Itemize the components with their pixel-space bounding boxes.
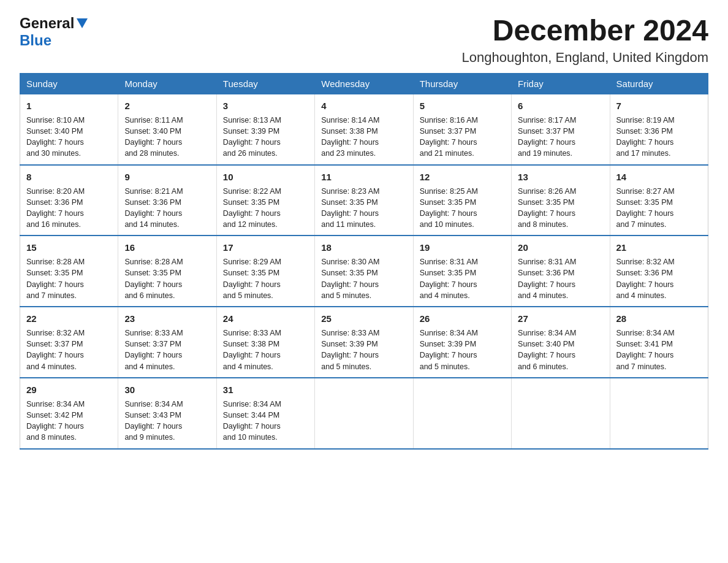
day-number: 5: [420, 99, 505, 112]
calendar-day-cell: 29 Sunrise: 8:34 AMSunset: 3:42 PMDaylig…: [20, 378, 118, 449]
day-number: 3: [223, 99, 308, 112]
day-info: Sunrise: 8:17 AMSunset: 3:37 PMDaylight:…: [518, 116, 576, 158]
day-number: 10: [223, 170, 308, 183]
calendar-day-cell: 22 Sunrise: 8:32 AMSunset: 3:37 PMDaylig…: [20, 307, 118, 378]
calendar-day-cell: 12 Sunrise: 8:25 AMSunset: 3:35 PMDaylig…: [413, 165, 511, 236]
day-number: 14: [616, 170, 702, 183]
day-number: 7: [616, 99, 702, 112]
day-number: 23: [124, 312, 210, 325]
calendar-day-cell: [315, 378, 413, 449]
day-info: Sunrise: 8:19 AMSunset: 3:36 PMDaylight:…: [616, 116, 675, 158]
day-info: Sunrise: 8:34 AMSunset: 3:39 PMDaylight:…: [420, 329, 478, 371]
day-info: Sunrise: 8:34 AMSunset: 3:42 PMDaylight:…: [26, 400, 85, 442]
day-info: Sunrise: 8:26 AMSunset: 3:35 PMDaylight:…: [518, 187, 576, 229]
day-info: Sunrise: 8:34 AMSunset: 3:44 PMDaylight:…: [223, 400, 281, 442]
day-info: Sunrise: 8:33 AMSunset: 3:39 PMDaylight:…: [321, 329, 379, 371]
col-monday: Monday: [118, 73, 216, 94]
day-number: 30: [124, 383, 210, 396]
calendar-day-cell: 10 Sunrise: 8:22 AMSunset: 3:35 PMDaylig…: [216, 165, 314, 236]
title-area: December 2024 Longhoughton, England, Uni…: [462, 15, 708, 66]
calendar-week-row: 8 Sunrise: 8:20 AMSunset: 3:36 PMDayligh…: [20, 165, 708, 236]
calendar-day-cell: 13 Sunrise: 8:26 AMSunset: 3:35 PMDaylig…: [512, 165, 610, 236]
calendar-day-cell: 21 Sunrise: 8:32 AMSunset: 3:36 PMDaylig…: [610, 236, 708, 307]
calendar-day-cell: 15 Sunrise: 8:28 AMSunset: 3:35 PMDaylig…: [20, 236, 118, 307]
calendar-day-cell: 28 Sunrise: 8:34 AMSunset: 3:41 PMDaylig…: [610, 307, 708, 378]
day-number: 27: [518, 312, 603, 325]
day-info: Sunrise: 8:13 AMSunset: 3:39 PMDaylight:…: [223, 116, 281, 158]
calendar-day-cell: 23 Sunrise: 8:33 AMSunset: 3:37 PMDaylig…: [118, 307, 216, 378]
calendar-day-cell: 1 Sunrise: 8:10 AMSunset: 3:40 PMDayligh…: [20, 94, 118, 164]
page-header: General Blue December 2024 Longhoughton,…: [20, 15, 708, 66]
day-number: 21: [616, 241, 702, 254]
calendar-day-cell: 18 Sunrise: 8:30 AMSunset: 3:35 PMDaylig…: [315, 236, 413, 307]
day-number: 12: [420, 170, 505, 183]
calendar-header-row: Sunday Monday Tuesday Wednesday Thursday…: [20, 73, 708, 94]
calendar-day-cell: 14 Sunrise: 8:27 AMSunset: 3:35 PMDaylig…: [610, 165, 708, 236]
logo-arrow: [75, 16, 89, 32]
logo-blue: Blue: [20, 32, 51, 48]
svg-marker-0: [77, 18, 88, 28]
location-title: Longhoughton, England, United Kingdom: [462, 50, 708, 66]
day-info: Sunrise: 8:14 AMSunset: 3:38 PMDaylight:…: [321, 116, 379, 158]
calendar-day-cell: 17 Sunrise: 8:29 AMSunset: 3:35 PMDaylig…: [216, 236, 314, 307]
calendar-day-cell: 16 Sunrise: 8:28 AMSunset: 3:35 PMDaylig…: [118, 236, 216, 307]
calendar-week-row: 1 Sunrise: 8:10 AMSunset: 3:40 PMDayligh…: [20, 94, 708, 164]
calendar-day-cell: 26 Sunrise: 8:34 AMSunset: 3:39 PMDaylig…: [413, 307, 511, 378]
day-number: 15: [26, 241, 112, 254]
col-sunday: Sunday: [20, 73, 118, 94]
day-number: 19: [420, 241, 505, 254]
calendar-day-cell: 8 Sunrise: 8:20 AMSunset: 3:36 PMDayligh…: [20, 165, 118, 236]
day-number: 24: [223, 312, 308, 325]
day-number: 17: [223, 241, 308, 254]
calendar-week-row: 29 Sunrise: 8:34 AMSunset: 3:42 PMDaylig…: [20, 378, 708, 449]
calendar-day-cell: 7 Sunrise: 8:19 AMSunset: 3:36 PMDayligh…: [610, 94, 708, 164]
day-info: Sunrise: 8:32 AMSunset: 3:36 PMDaylight:…: [616, 258, 675, 300]
logo: General Blue: [20, 15, 89, 49]
day-number: 31: [223, 383, 308, 396]
day-info: Sunrise: 8:29 AMSunset: 3:35 PMDaylight:…: [223, 258, 281, 300]
day-number: 26: [420, 312, 505, 325]
calendar-day-cell: 25 Sunrise: 8:33 AMSunset: 3:39 PMDaylig…: [315, 307, 413, 378]
calendar-day-cell: [610, 378, 708, 449]
day-info: Sunrise: 8:21 AMSunset: 3:36 PMDaylight:…: [124, 187, 183, 229]
calendar-week-row: 22 Sunrise: 8:32 AMSunset: 3:37 PMDaylig…: [20, 307, 708, 378]
calendar-day-cell: 2 Sunrise: 8:11 AMSunset: 3:40 PMDayligh…: [118, 94, 216, 164]
day-number: 13: [518, 170, 603, 183]
day-number: 1: [26, 99, 112, 112]
day-info: Sunrise: 8:23 AMSunset: 3:35 PMDaylight:…: [321, 187, 379, 229]
day-number: 2: [124, 99, 210, 112]
logo-general: General: [20, 15, 74, 32]
day-info: Sunrise: 8:16 AMSunset: 3:37 PMDaylight:…: [420, 116, 478, 158]
day-number: 4: [321, 99, 406, 112]
calendar-day-cell: 30 Sunrise: 8:34 AMSunset: 3:43 PMDaylig…: [118, 378, 216, 449]
day-info: Sunrise: 8:33 AMSunset: 3:37 PMDaylight:…: [124, 329, 183, 371]
calendar-day-cell: [413, 378, 511, 449]
calendar-week-row: 15 Sunrise: 8:28 AMSunset: 3:35 PMDaylig…: [20, 236, 708, 307]
calendar-day-cell: 9 Sunrise: 8:21 AMSunset: 3:36 PMDayligh…: [118, 165, 216, 236]
col-thursday: Thursday: [413, 73, 511, 94]
day-info: Sunrise: 8:32 AMSunset: 3:37 PMDaylight:…: [26, 329, 85, 371]
day-info: Sunrise: 8:34 AMSunset: 3:41 PMDaylight:…: [616, 329, 675, 371]
calendar-day-cell: 31 Sunrise: 8:34 AMSunset: 3:44 PMDaylig…: [216, 378, 314, 449]
day-number: 6: [518, 99, 603, 112]
day-info: Sunrise: 8:28 AMSunset: 3:35 PMDaylight:…: [124, 258, 183, 300]
day-info: Sunrise: 8:31 AMSunset: 3:35 PMDaylight:…: [420, 258, 478, 300]
day-info: Sunrise: 8:25 AMSunset: 3:35 PMDaylight:…: [420, 187, 478, 229]
calendar-day-cell: 19 Sunrise: 8:31 AMSunset: 3:35 PMDaylig…: [413, 236, 511, 307]
day-number: 28: [616, 312, 702, 325]
col-friday: Friday: [512, 73, 610, 94]
calendar-day-cell: 11 Sunrise: 8:23 AMSunset: 3:35 PMDaylig…: [315, 165, 413, 236]
day-number: 20: [518, 241, 603, 254]
day-info: Sunrise: 8:28 AMSunset: 3:35 PMDaylight:…: [26, 258, 85, 300]
day-number: 22: [26, 312, 112, 325]
day-info: Sunrise: 8:20 AMSunset: 3:36 PMDaylight:…: [26, 187, 85, 229]
month-title: December 2024: [462, 15, 708, 47]
day-info: Sunrise: 8:34 AMSunset: 3:40 PMDaylight:…: [518, 329, 576, 371]
calendar-table: Sunday Monday Tuesday Wednesday Thursday…: [20, 73, 708, 450]
day-number: 18: [321, 241, 406, 254]
day-number: 9: [124, 170, 210, 183]
day-info: Sunrise: 8:34 AMSunset: 3:43 PMDaylight:…: [124, 400, 183, 442]
day-number: 29: [26, 383, 112, 396]
day-info: Sunrise: 8:31 AMSunset: 3:36 PMDaylight:…: [518, 258, 576, 300]
calendar-day-cell: 3 Sunrise: 8:13 AMSunset: 3:39 PMDayligh…: [216, 94, 314, 164]
